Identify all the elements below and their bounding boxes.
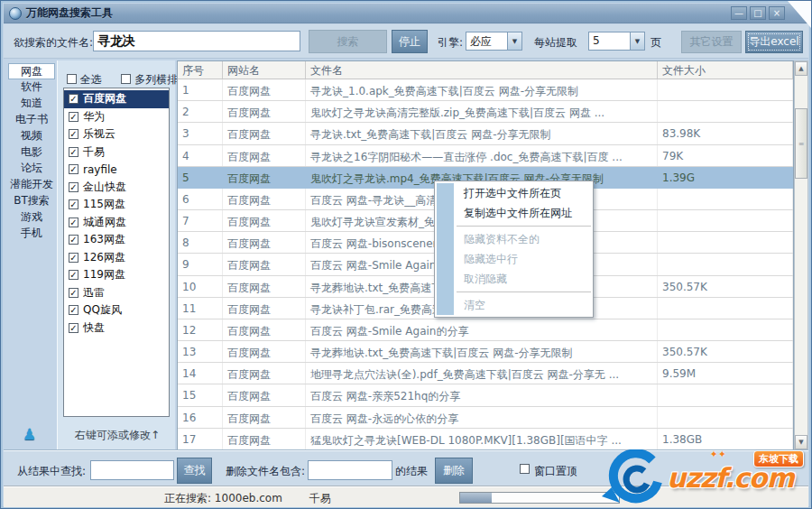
table-row[interactable]: 17 百度网盘 猛鬼吹灯之寻龙诀[WEB-DL 1080P.MKV][1.38G… — [178, 429, 793, 450]
source-list: ✓ 百度网盘 ✓ 华为 ✓ 乐视云 ✓ 千易 ✓ rayfile ✓ 金山快盘 … — [63, 88, 170, 417]
table-row[interactable]: 1 百度网盘 寻龙诀_1.0.apk_免费高速下载|百度云 网盘-分享无限制 — [178, 79, 793, 101]
checked-checkbox[interactable]: ✓ — [69, 253, 78, 263]
source-item[interactable]: ✓ 119网盘 — [64, 266, 169, 284]
sidebar-tab[interactable]: 手机 — [8, 226, 55, 242]
header-no[interactable]: 序号 — [178, 61, 223, 79]
cell-no: 1 — [178, 79, 223, 100]
source-item[interactable]: ✓ 金山快盘 — [64, 179, 169, 197]
sidebar-tab[interactable]: 电子书 — [8, 112, 55, 128]
header-site[interactable]: 网站名 — [223, 61, 306, 79]
table-row[interactable]: 15 百度网盘 百度云 网盘-亲亲521hq的分享 — [178, 384, 793, 406]
minimize-icon[interactable]: — — [731, 6, 747, 20]
cell-no: 2 — [178, 101, 223, 122]
table-row[interactable]: 3 百度网盘 寻龙诀.txt_免费高速下载|百度云 网盘-分享无限制 83.98… — [178, 123, 793, 144]
search-button[interactable]: 搜索 — [309, 30, 387, 53]
context-menu-item[interactable]: 隐藏资料不全的 — [435, 229, 593, 249]
stop-button[interactable]: 停止 — [392, 30, 428, 53]
chevron-down-icon[interactable]: ▼ — [507, 32, 521, 50]
scroll-up-icon[interactable]: ▲ — [795, 61, 807, 76]
source-label: 城通网盘 — [83, 215, 126, 230]
source-label: 金山快盘 — [83, 180, 126, 195]
find-button[interactable]: 查找 — [177, 458, 212, 484]
cell-site: 百度网盘 — [223, 407, 306, 428]
source-item[interactable]: ✓ 126网盘 — [64, 249, 169, 267]
sidebar-tab[interactable]: 知道 — [8, 96, 55, 112]
source-item[interactable]: ✓ 163网盘 — [64, 231, 169, 249]
sidebar-tab[interactable]: 电影 — [8, 144, 55, 161]
checked-checkbox[interactable]: ✓ — [69, 182, 78, 192]
source-item[interactable]: ✓ 城通网盘 — [64, 214, 169, 232]
search-input[interactable] — [93, 31, 300, 51]
delete-contains-label: 删除文件名包含: — [226, 464, 305, 479]
sidebar-tab[interactable]: BT搜索 — [8, 193, 55, 209]
cell-size — [658, 210, 793, 231]
scrollbar-thumb[interactable]: ≡ — [795, 108, 807, 179]
table-row[interactable]: 14 百度网盘 地理寻龙点穴法诀(全).pdf_免费高速下载|百度云 网盘-分享… — [178, 363, 793, 384]
table-row[interactable]: 16 百度网盘 百度云 网盘-永远的心依的分享 — [178, 407, 793, 429]
other-settings-button[interactable]: 其它设置 — [681, 31, 742, 53]
delete-button[interactable]: 删除 — [435, 458, 473, 484]
context-menu-item[interactable]: 复制选中文件所在网址 — [435, 203, 593, 223]
table-scrollbar[interactable]: ▲ ≡ ▼ — [794, 60, 808, 450]
checked-checkbox[interactable]: ✓ — [69, 112, 78, 122]
source-label: 千易 — [83, 144, 105, 160]
title-bar: 万能网盘搜索工具 — □ × — [4, 4, 808, 23]
delete-input[interactable] — [308, 460, 392, 480]
checked-checkbox[interactable]: ✓ — [69, 94, 78, 104]
source-label: 119网盘 — [83, 267, 125, 282]
multi-column-checkbox[interactable] — [121, 74, 131, 84]
context-menu-item[interactable]: 清空 — [435, 295, 593, 315]
export-excel-button[interactable]: 导出excel — [745, 31, 803, 53]
context-menu-item[interactable]: 打开选中文件所在页 — [435, 183, 593, 203]
table-row[interactable]: 2 百度网盘 鬼吹灯之寻龙诀高清完整版.zip_免费高速下载|百度云 网盘 ..… — [178, 101, 793, 123]
chevron-down-icon[interactable]: ▼ — [630, 32, 644, 50]
source-item[interactable]: ✓ 快盘 — [64, 319, 169, 338]
table-row[interactable]: 4 百度网盘 寻龙诀之16字阴阳秘术——直击涨停 .doc_免费高速下载|百度 … — [178, 145, 793, 167]
find-input[interactable] — [90, 460, 174, 480]
engine-select[interactable]: 必应 ▼ — [466, 32, 522, 51]
checked-checkbox[interactable]: ✓ — [69, 147, 78, 157]
scroll-down-icon[interactable]: ▼ — [795, 435, 807, 449]
sidebar-tab[interactable]: 软件 — [8, 79, 55, 96]
checked-checkbox[interactable]: ✓ — [69, 199, 78, 209]
source-item[interactable]: ✓ QQ旋风 — [64, 301, 169, 319]
context-menu: 打开选中文件所在页 复制选中文件所在网址 隐藏资料不全的 隐藏选中行 取消隐藏 … — [434, 180, 594, 318]
close-icon[interactable]: × — [769, 6, 785, 20]
cell-site: 百度网盘 — [223, 276, 306, 297]
header-file[interactable]: 文件名 — [306, 61, 658, 79]
source-item[interactable]: ✓ rayfile — [64, 161, 169, 179]
per-site-select[interactable]: 5 ▼ — [588, 32, 645, 51]
cell-file: 地理寻龙点穴法诀(全).pdf_免费高速下载|百度云 网盘-分享无 ... — [306, 363, 658, 384]
checked-checkbox[interactable]: ✓ — [69, 129, 78, 139]
checked-checkbox[interactable]: ✓ — [69, 217, 78, 227]
cell-no: 10 — [178, 276, 223, 297]
checked-checkbox[interactable]: ✓ — [69, 305, 78, 315]
sidebar-tab[interactable]: 论坛 — [8, 161, 55, 177]
table-row[interactable]: 13 百度网盘 寻龙葬地诀.txt_免费高速下载|百度云 网盘-分享无限制 35… — [178, 341, 793, 363]
source-item[interactable]: ✓ 华为 — [64, 108, 169, 126]
header-size[interactable]: 文件大小 — [658, 61, 793, 79]
sidebar-tab[interactable]: 视频 — [8, 128, 55, 144]
sidebar-tab[interactable]: 潜能开发 — [8, 177, 55, 193]
select-all-checkbox[interactable] — [67, 74, 77, 84]
checked-checkbox[interactable]: ✓ — [69, 270, 78, 280]
checked-checkbox[interactable]: ✓ — [69, 323, 78, 333]
source-item[interactable]: ✓ 乐视云 — [64, 125, 169, 143]
source-label: rayfile — [83, 163, 117, 176]
checked-checkbox[interactable]: ✓ — [69, 235, 78, 245]
context-menu-item-label: 取消隐藏 — [464, 273, 507, 285]
cell-no: 5 — [178, 167, 223, 188]
source-item[interactable]: ✓ 百度网盘 — [64, 90, 169, 108]
checked-checkbox[interactable]: ✓ — [69, 164, 78, 174]
maximize-icon[interactable]: □ — [750, 6, 766, 20]
table-row[interactable]: 12 百度网盘 百度云 网盘-Smile Again的分享 — [178, 319, 793, 341]
sidebar-tab[interactable]: 网盘 — [8, 63, 55, 79]
sidebar-tab[interactable]: 游戏 — [8, 209, 55, 226]
context-menu-item[interactable]: 取消隐藏 — [435, 269, 593, 289]
source-item[interactable]: ✓ 115网盘 — [64, 196, 169, 214]
checked-checkbox[interactable]: ✓ — [69, 288, 78, 298]
topmost-checkbox[interactable] — [520, 464, 530, 474]
context-menu-item[interactable]: 隐藏选中行 — [435, 249, 593, 269]
source-item[interactable]: ✓ 迅雷 — [64, 284, 169, 302]
source-item[interactable]: ✓ 千易 — [64, 143, 169, 162]
